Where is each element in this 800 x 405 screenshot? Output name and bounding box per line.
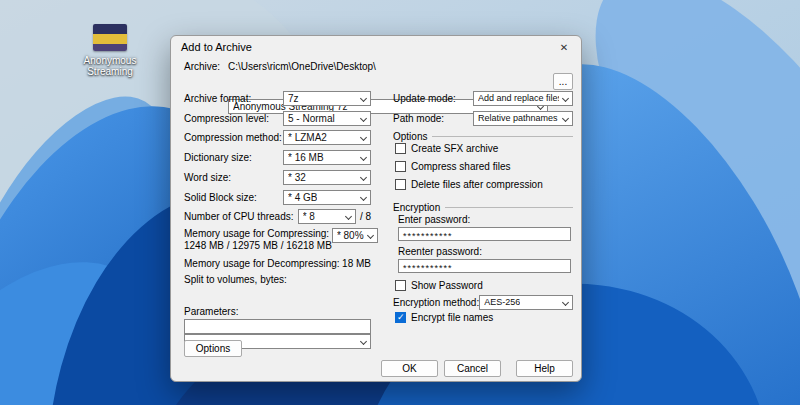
selected-value: * 16 MB xyxy=(288,152,324,163)
close-button[interactable]: ✕ xyxy=(547,36,581,58)
row-word-size: Word size: * 32 xyxy=(184,169,371,185)
show-password-checkbox-row[interactable]: Show Password xyxy=(395,279,483,292)
encryption-group-header: Encryption xyxy=(393,201,573,213)
ok-button[interactable]: OK xyxy=(381,360,438,377)
compress-shared-checkbox-row[interactable]: Compress shared files xyxy=(395,160,510,173)
icon-stripe-bottom xyxy=(93,44,127,51)
chevron-down-icon xyxy=(562,298,569,305)
compress-shared-label: Compress shared files xyxy=(411,161,510,172)
archive-format-select[interactable]: 7z xyxy=(283,91,371,106)
enter-password-masked-value: *********** xyxy=(403,231,453,241)
row-path-mode: Path mode: Relative pathnames xyxy=(393,110,573,126)
solid-block-size-label: Solid Block size: xyxy=(184,192,257,203)
help-button[interactable]: Help xyxy=(516,360,573,377)
path-mode-select[interactable]: Relative pathnames xyxy=(473,111,573,126)
row-solid-block-size: Solid Block size: * 4 GB xyxy=(184,189,371,205)
update-mode-select[interactable]: Add and replace files xyxy=(473,91,573,106)
encryption-group-title: Encryption xyxy=(393,202,440,213)
row-memory-compressing: Memory usage for Compressing: 1248 MB / … xyxy=(184,228,371,254)
word-size-select[interactable]: * 32 xyxy=(283,170,371,185)
selected-value: * 80% xyxy=(337,230,364,241)
compress-shared-checkbox[interactable] xyxy=(395,161,406,172)
chevron-down-icon xyxy=(360,94,367,101)
path-mode-label: Path mode: xyxy=(393,113,444,124)
row-memory-decompressing: Memory usage for Decompressing: 18 MB xyxy=(184,255,371,271)
reenter-password-masked-value: *********** xyxy=(403,263,453,273)
close-icon: ✕ xyxy=(560,42,568,53)
browse-button[interactable]: ... xyxy=(553,73,573,90)
cpu-threads-label: Number of CPU threads: xyxy=(184,211,294,222)
chevron-down-icon xyxy=(345,212,352,219)
icon-stripe-top xyxy=(93,24,127,34)
parameters-label: Parameters: xyxy=(184,306,238,317)
folder-icon xyxy=(93,24,127,51)
show-password-label: Show Password xyxy=(411,280,483,291)
icon-stripe-middle xyxy=(93,34,127,44)
row-compression-level: Compression level: 5 - Normal xyxy=(184,110,371,126)
encryption-method-label: Encryption method: xyxy=(393,297,479,308)
cpu-threads-max: / 8 xyxy=(360,211,371,222)
chevron-down-icon xyxy=(360,173,367,180)
chevron-down-icon xyxy=(360,133,367,140)
group-divider xyxy=(445,207,573,208)
solid-block-size-select[interactable]: * 4 GB xyxy=(283,190,371,205)
dictionary-size-select[interactable]: * 16 MB xyxy=(283,150,371,165)
memory-decompressing-value: 18 MB xyxy=(342,258,371,269)
compression-method-select[interactable]: * LZMA2 xyxy=(283,130,371,145)
chevron-down-icon xyxy=(360,114,367,121)
encrypt-names-label: Encrypt file names xyxy=(411,312,493,323)
parameters-input[interactable] xyxy=(184,319,371,334)
chevron-down-icon xyxy=(360,193,367,200)
row-compression-method: Compression method: * LZMA2 xyxy=(184,129,371,145)
enter-password-input[interactable]: *********** xyxy=(398,227,571,241)
desktop-icon-label: Anonymous Streaming xyxy=(78,55,142,77)
selected-value: Add and replace files xyxy=(478,93,559,103)
memory-compressing-detail: 1248 MB / 12975 MB / 16218 MB xyxy=(184,240,332,251)
chevron-down-icon xyxy=(360,337,367,344)
create-sfx-label: Create SFX archive xyxy=(411,143,498,154)
delete-after-checkbox[interactable] xyxy=(395,179,406,190)
encryption-method-select[interactable]: AES-256 xyxy=(479,295,573,310)
chevron-down-icon xyxy=(562,114,569,121)
dialog-title: Add to Archive xyxy=(181,41,252,53)
encrypt-names-checkbox-row[interactable]: Encrypt file names xyxy=(395,311,493,324)
add-to-archive-dialog: Add to Archive ✕ Archive: C:\Users\ricm\… xyxy=(170,35,582,382)
options-group-header: Options xyxy=(393,130,573,142)
show-password-checkbox[interactable] xyxy=(395,280,406,291)
cpu-threads-select[interactable]: * 8 xyxy=(298,209,356,224)
encrypt-names-checkbox[interactable] xyxy=(395,312,406,323)
create-sfx-checkbox[interactable] xyxy=(395,143,406,154)
archive-path: C:\Users\ricm\OneDrive\Desktop\ xyxy=(228,61,376,72)
selected-value: * 32 xyxy=(288,172,306,183)
archive-label: Archive: xyxy=(184,61,220,72)
row-encryption-method: Encryption method: AES-256 xyxy=(393,294,573,310)
reenter-password-label: Reenter password: xyxy=(398,246,482,257)
dictionary-size-label: Dictionary size: xyxy=(184,152,252,163)
memory-compressing-labels: Memory usage for Compressing: 1248 MB / … xyxy=(184,228,332,251)
compression-level-label: Compression level: xyxy=(184,113,269,124)
selected-value: * LZMA2 xyxy=(288,132,327,143)
dialog-titlebar[interactable]: Add to Archive ✕ xyxy=(171,36,581,58)
group-divider xyxy=(432,136,573,137)
selected-value: Relative pathnames xyxy=(478,113,558,123)
desktop-icon-anonymous-streaming[interactable]: Anonymous Streaming xyxy=(78,24,142,77)
options-group-title: Options xyxy=(393,131,427,142)
enter-password-label: Enter password: xyxy=(398,214,470,225)
reenter-password-input[interactable]: *********** xyxy=(398,259,571,273)
chevron-down-icon xyxy=(562,94,569,101)
options-button[interactable]: Options xyxy=(184,340,242,357)
delete-after-checkbox-row[interactable]: Delete files after compression xyxy=(395,178,543,191)
compression-level-select[interactable]: 5 - Normal xyxy=(283,111,371,126)
cancel-button[interactable]: Cancel xyxy=(444,360,501,377)
memory-usage-select[interactable]: * 80% xyxy=(332,228,378,243)
split-volumes-label: Split to volumes, bytes: xyxy=(184,274,287,285)
create-sfx-checkbox-row[interactable]: Create SFX archive xyxy=(395,142,498,155)
selected-value: 7z xyxy=(288,93,299,104)
chevron-down-icon xyxy=(367,232,374,239)
word-size-label: Word size: xyxy=(184,172,231,183)
row-dictionary-size: Dictionary size: * 16 MB xyxy=(184,149,371,165)
archive-format-label: Archive format: xyxy=(184,93,251,104)
row-cpu-threads: Number of CPU threads: * 8 / 8 xyxy=(184,208,371,224)
selected-value: AES-256 xyxy=(484,297,520,307)
row-update-mode: Update mode: Add and replace files xyxy=(393,90,573,106)
